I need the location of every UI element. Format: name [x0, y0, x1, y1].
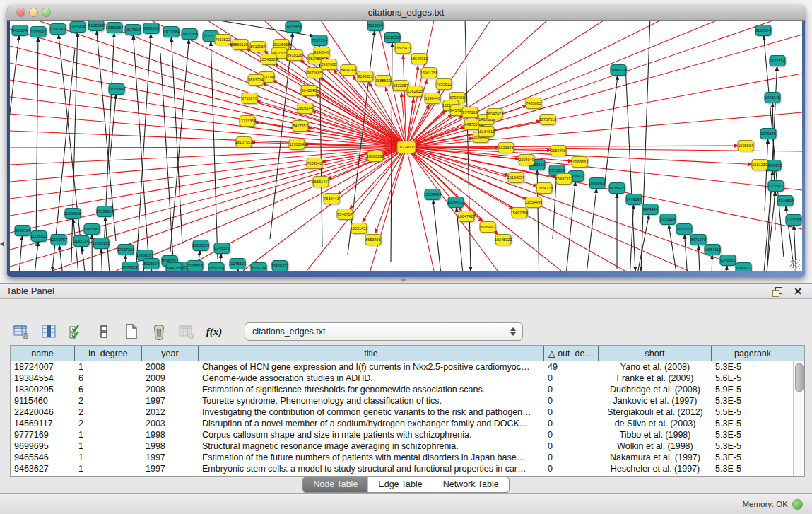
table-row[interactable]: 1872400712008Changes of HCN gene express… — [11, 361, 804, 373]
table-row[interactable]: 1830029562008Estimation of significance … — [11, 384, 804, 395]
tab-node-table[interactable]: Node Table — [303, 477, 367, 492]
svg-text:1990446: 1990446 — [425, 96, 440, 100]
svg-text:10047427: 10047427 — [458, 214, 475, 218]
table-cell: 5.5E-5 — [712, 407, 794, 418]
svg-text:9405574: 9405574 — [12, 28, 27, 33]
column-header-out_de[interactable]: △ out_de… — [544, 346, 599, 361]
svg-text:2137553: 2137553 — [187, 264, 202, 268]
table-cell: 9465546 — [11, 452, 75, 463]
svg-text:9546757: 9546757 — [337, 212, 352, 216]
svg-text:10447554: 10447554 — [165, 266, 182, 270]
close-panel-icon[interactable]: ✕ — [794, 286, 802, 296]
svg-text:8938923: 8938923 — [609, 186, 624, 190]
table-tab-bar: Node TableEdge TableNetwork Table — [0, 477, 812, 493]
table-cell: Estimation of the future numbers of pati… — [199, 452, 544, 463]
scrollbar-thumb[interactable] — [795, 363, 804, 392]
table-cell: 5.3E-5 — [712, 452, 794, 463]
column-header-year[interactable]: year — [142, 346, 199, 361]
float-panel-icon[interactable] — [772, 287, 782, 296]
network-canvas[interactable]: 9405574100354227691406186541491325841065… — [10, 21, 802, 271]
delete-rows-trash-icon[interactable] — [149, 322, 169, 341]
table-panel-header: Table Panel ✕ — [0, 284, 812, 299]
table-row[interactable]: 1938455462009Genome-wide association stu… — [11, 373, 804, 384]
function-builder-icon[interactable]: f(x) — [204, 322, 224, 341]
table-cell: 1998 — [142, 440, 199, 452]
vertical-scrollbar[interactable] — [793, 361, 804, 476]
divider-collapse-icon[interactable] — [0, 241, 4, 247]
svg-text:13325419: 13325419 — [394, 46, 411, 50]
table-mode-icon[interactable] — [94, 322, 114, 341]
svg-text:10654112: 10654112 — [704, 247, 721, 252]
table-row[interactable]: 977716911998Corpus callosum shape and si… — [11, 429, 804, 440]
network-view-window: citations_edges.txt 94055741003542276914… — [7, 6, 805, 277]
svg-text:10653287: 10653287 — [106, 25, 123, 30]
svg-text:9242848: 9242848 — [301, 88, 316, 93]
table-cell: 2008 — [142, 384, 199, 395]
table-cell: 1998 — [142, 429, 199, 440]
svg-text:8918328: 8918328 — [287, 53, 302, 57]
table-panel: Table Panel ✕ — [0, 283, 812, 493]
table-cell: Changes of HCN gene expression and I(f) … — [199, 361, 544, 373]
tab-network-table[interactable]: Network Table — [433, 477, 509, 492]
svg-text:9245652: 9245652 — [720, 258, 735, 262]
table-cell: 0 — [544, 407, 599, 418]
table-cell: 19384554 — [11, 373, 75, 384]
panel-title: Table Panel — [6, 286, 54, 296]
select-columns-icon[interactable] — [39, 322, 59, 341]
table-cell: Structural magnetic resonance image aver… — [199, 440, 544, 452]
table-row[interactable]: 911546021997Tourette syndrome. Phenomeno… — [11, 395, 804, 407]
table-cell: Corpus callosum shape and size in male p… — [199, 429, 544, 440]
split-divider-handle[interactable] — [400, 279, 407, 282]
table-row[interactable]: 946362711997Embryonic stem cells: a mode… — [11, 463, 804, 474]
svg-text:1070345: 1070345 — [760, 132, 775, 136]
table-row[interactable]: 1456911722003Disruption of a novel membe… — [11, 418, 804, 429]
column-header-short[interactable]: short — [599, 346, 712, 361]
svg-text:15497312: 15497312 — [555, 177, 572, 181]
table-cell: 2012 — [142, 407, 199, 418]
table-cell: 0 — [544, 418, 599, 429]
table-row[interactable]: 946554611997Estimation of the future num… — [11, 452, 804, 463]
table-cell: de Silva et al. (2003) — [599, 418, 712, 429]
svg-text:16543382: 16543382 — [260, 57, 277, 62]
svg-text:11554499: 11554499 — [525, 200, 542, 204]
table-row[interactable]: 969969511998Structural magnetic resonanc… — [11, 440, 804, 452]
table-cell: 1997 — [142, 463, 199, 474]
tab-edge-table[interactable]: Edge Table — [367, 477, 432, 492]
new-column-file-icon[interactable] — [122, 322, 141, 341]
svg-text:20206535: 20206535 — [64, 211, 81, 216]
column-settings-icon[interactable] — [11, 322, 31, 341]
svg-text:8554234: 8554234 — [251, 266, 266, 270]
svg-text:8471670: 8471670 — [690, 238, 705, 242]
resize-grip-icon[interactable] — [790, 259, 800, 269]
svg-text:6497568: 6497568 — [464, 122, 479, 127]
svg-text:9108354: 9108354 — [755, 28, 770, 33]
network-window-titlebar[interactable]: citations_edges.txt — [7, 6, 805, 21]
table-cell: 5.3E-5 — [712, 429, 794, 440]
column-header-pagerank[interactable]: pagerank — [712, 346, 794, 361]
table-row[interactable]: 2242004622012Investigating the contribut… — [11, 407, 804, 418]
svg-text:27691406: 27691406 — [49, 27, 66, 31]
svg-text:15134454: 15134454 — [424, 192, 441, 197]
svg-text:10245022: 10245022 — [495, 238, 512, 242]
svg-text:16648794: 16648794 — [610, 68, 627, 72]
svg-text:16961758: 16961758 — [420, 71, 437, 75]
column-header-in_degree[interactable]: in_degree — [75, 346, 142, 361]
table-cell: Tourette syndrome. Phenomenology and cla… — [199, 395, 544, 407]
svg-text:9245301: 9245301 — [214, 246, 229, 250]
table-cell: 5.3E-5 — [712, 395, 794, 407]
svg-text:6794028: 6794028 — [449, 95, 464, 100]
column-header-title[interactable]: title — [199, 346, 544, 361]
network-graph[interactable]: 9405574100354227691406186541491325841065… — [10, 21, 802, 271]
svg-text:18107552: 18107552 — [235, 140, 252, 144]
table-cell: 1997 — [142, 395, 199, 407]
delete-table-icon[interactable] — [177, 322, 196, 341]
svg-text:10975887: 10975887 — [83, 227, 100, 231]
table-cell: Jankovic et al. (1997) — [599, 395, 712, 407]
table-cell: 6 — [75, 384, 142, 395]
table-selector-dropdown[interactable]: citations_edges.txt — [245, 322, 523, 341]
select-rows-checklist-icon[interactable] — [66, 322, 86, 341]
svg-text:10969563: 10969563 — [571, 160, 588, 164]
column-header-name[interactable]: name — [11, 346, 75, 361]
svg-text:8653456: 8653456 — [365, 238, 380, 242]
svg-text:10051452: 10051452 — [351, 226, 367, 230]
